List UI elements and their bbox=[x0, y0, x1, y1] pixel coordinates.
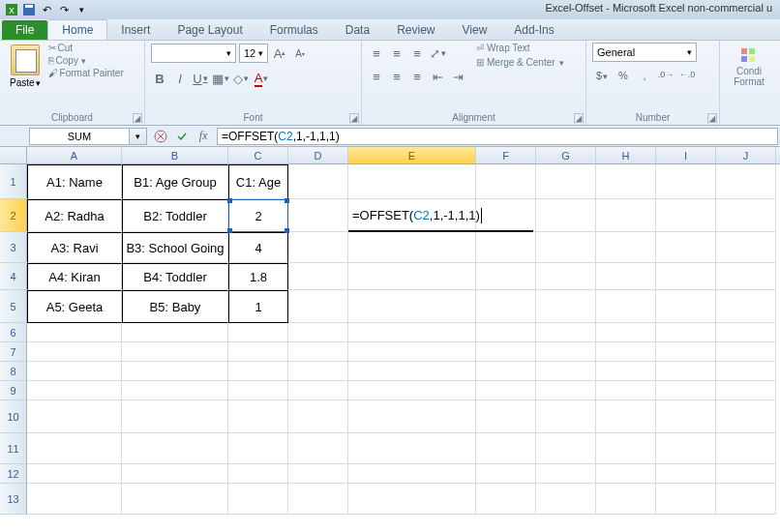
cell-c1[interactable]: C1: Age bbox=[228, 164, 288, 199]
cell-j4[interactable] bbox=[716, 263, 776, 290]
cell-g6[interactable] bbox=[536, 323, 596, 342]
cell-e3[interactable] bbox=[348, 232, 476, 263]
cell-e1[interactable] bbox=[348, 164, 476, 199]
select-all-corner[interactable] bbox=[0, 147, 27, 163]
cell-j6[interactable] bbox=[716, 323, 776, 342]
row-header-9[interactable]: 9 bbox=[0, 381, 27, 400]
border-button[interactable]: ▦ bbox=[212, 69, 229, 88]
number-format-dropdown[interactable]: General▾ bbox=[592, 43, 697, 62]
font-name-dropdown[interactable]: ▾ bbox=[151, 44, 236, 63]
align-left-button[interactable]: ≡ bbox=[368, 67, 385, 86]
cell-a13[interactable] bbox=[27, 484, 122, 515]
cancel-formula-button[interactable] bbox=[151, 129, 170, 144]
cell-h11[interactable] bbox=[596, 433, 656, 464]
cell-b7[interactable] bbox=[122, 342, 228, 362]
cell-f2[interactable] bbox=[476, 199, 536, 232]
cell-e13[interactable] bbox=[348, 484, 476, 515]
underline-button[interactable]: U bbox=[192, 69, 209, 88]
cell-g8[interactable] bbox=[536, 362, 596, 381]
cell-g1[interactable] bbox=[536, 164, 596, 199]
cell-h7[interactable] bbox=[596, 342, 656, 362]
cell-c9[interactable] bbox=[228, 381, 288, 400]
cell-c6[interactable] bbox=[228, 323, 288, 342]
merge-center-button[interactable]: ⊞Merge & Center bbox=[476, 57, 564, 68]
cell-c4[interactable]: 1.8 bbox=[228, 263, 288, 290]
cell-h9[interactable] bbox=[596, 381, 656, 400]
tab-review[interactable]: Review bbox=[383, 20, 448, 40]
tab-page-layout[interactable]: Page Layout bbox=[164, 20, 255, 40]
cell-f3[interactable] bbox=[476, 232, 536, 263]
cell-g7[interactable] bbox=[536, 342, 596, 362]
cell-d2[interactable] bbox=[288, 199, 348, 232]
row-header-10[interactable]: 10 bbox=[0, 400, 27, 433]
cell-d6[interactable] bbox=[288, 323, 348, 342]
col-header-c[interactable]: C bbox=[228, 147, 288, 163]
align-middle-button[interactable]: ≡ bbox=[388, 44, 405, 63]
cell-g9[interactable] bbox=[536, 381, 596, 400]
cell-d1[interactable] bbox=[288, 164, 348, 199]
name-box-dropdown-icon[interactable]: ▾ bbox=[130, 128, 147, 145]
row-header-11[interactable]: 11 bbox=[0, 433, 27, 464]
cell-a10[interactable] bbox=[27, 400, 122, 433]
cell-j13[interactable] bbox=[716, 484, 776, 515]
increase-font-button[interactable]: A▴ bbox=[271, 44, 288, 63]
align-top-button[interactable]: ≡ bbox=[368, 44, 385, 63]
cell-h6[interactable] bbox=[596, 323, 656, 342]
cell-e9[interactable] bbox=[348, 381, 476, 400]
cell-c11[interactable] bbox=[228, 433, 288, 464]
align-center-button[interactable]: ≡ bbox=[388, 67, 405, 86]
increase-decimal-button[interactable]: .0→ bbox=[656, 70, 675, 81]
conditional-formatting-button[interactable]: Condi Format bbox=[726, 43, 772, 87]
cell-a5[interactable]: A5: Geeta bbox=[27, 290, 122, 323]
cell-j11[interactable] bbox=[716, 433, 776, 464]
font-expand-icon[interactable]: ◢ bbox=[349, 113, 359, 123]
cell-e2-editing[interactable]: =OFFSET(C2,1,-1,1,1) bbox=[348, 199, 476, 232]
cell-j10[interactable] bbox=[716, 400, 776, 433]
cell-d10[interactable] bbox=[288, 400, 348, 433]
fill-color-button[interactable]: ◇ bbox=[232, 69, 250, 88]
cell-i3[interactable] bbox=[656, 232, 716, 263]
cell-a12[interactable] bbox=[27, 464, 122, 484]
cell-j2[interactable] bbox=[716, 199, 776, 232]
cell-d12[interactable] bbox=[288, 464, 348, 484]
col-header-e[interactable]: E bbox=[348, 147, 476, 163]
tab-view[interactable]: View bbox=[449, 20, 501, 40]
row-header-4[interactable]: 4 bbox=[0, 263, 27, 290]
cell-f9[interactable] bbox=[476, 381, 536, 400]
formula-input[interactable]: =OFFSET(C2,1,-1,1,1) bbox=[217, 128, 778, 145]
row-header-2[interactable]: 2 bbox=[0, 199, 27, 232]
qat-dropdown-icon[interactable]: ▾ bbox=[74, 2, 89, 17]
cell-b11[interactable] bbox=[122, 433, 228, 464]
cell-b13[interactable] bbox=[122, 484, 228, 515]
row-header-8[interactable]: 8 bbox=[0, 362, 27, 381]
cell-f11[interactable] bbox=[476, 433, 536, 464]
cell-e5[interactable] bbox=[348, 290, 476, 323]
cell-g12[interactable] bbox=[536, 464, 596, 484]
undo-icon[interactable]: ↶ bbox=[39, 2, 54, 17]
col-header-b[interactable]: B bbox=[122, 147, 228, 163]
tab-formulas[interactable]: Formulas bbox=[256, 20, 332, 40]
format-painter-button[interactable]: 🖌Format Painter bbox=[48, 68, 124, 78]
cell-b1[interactable]: B1: Age Group bbox=[122, 164, 228, 199]
col-header-g[interactable]: G bbox=[536, 147, 596, 163]
cell-e11[interactable] bbox=[348, 433, 476, 464]
cell-e10[interactable] bbox=[348, 400, 476, 433]
col-header-i[interactable]: I bbox=[656, 147, 716, 163]
row-header-5[interactable]: 5 bbox=[0, 290, 27, 323]
cell-h8[interactable] bbox=[596, 362, 656, 381]
tab-insert[interactable]: Insert bbox=[107, 20, 164, 40]
col-header-d[interactable]: D bbox=[288, 147, 348, 163]
cell-g13[interactable] bbox=[536, 484, 596, 515]
cell-h1[interactable] bbox=[596, 164, 656, 199]
cell-b4[interactable]: B4: Toddler bbox=[122, 263, 228, 290]
cell-g11[interactable] bbox=[536, 433, 596, 464]
cell-d11[interactable] bbox=[288, 433, 348, 464]
cell-f6[interactable] bbox=[476, 323, 536, 342]
cell-h12[interactable] bbox=[596, 464, 656, 484]
cell-b6[interactable] bbox=[122, 323, 228, 342]
enter-formula-button[interactable] bbox=[172, 129, 192, 144]
cell-a6[interactable] bbox=[27, 323, 122, 342]
cell-d7[interactable] bbox=[288, 342, 348, 362]
cell-i12[interactable] bbox=[656, 464, 716, 484]
cell-b12[interactable] bbox=[122, 464, 228, 484]
